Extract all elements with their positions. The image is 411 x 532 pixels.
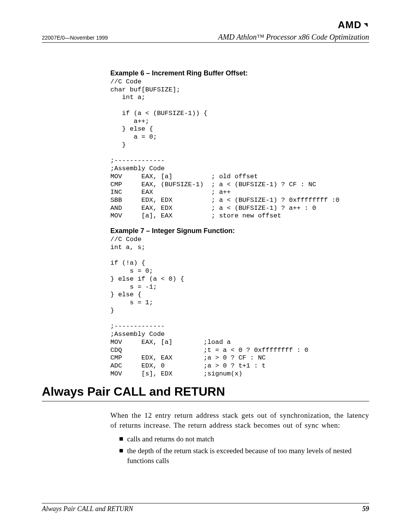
main-content: Example 6 – Increment Ring Buffer Offset… — [110, 69, 369, 378]
example-6-code: //C Code char buf[BUFSIZE]; int a; if (a… — [110, 78, 369, 220]
document-id: 22007E/0—November 1999 — [42, 35, 108, 41]
section-paragraph: When the 12 entry return address stack g… — [110, 411, 369, 430]
bullet-list: calls and returns do not match the depth… — [110, 434, 369, 466]
example-7-heading: Example 7 – Integer Signum Function: — [110, 227, 369, 235]
example-6-heading: Example 6 – Increment Ring Buffer Offset… — [110, 69, 369, 77]
list-item: the depth of the return stack is exceede… — [119, 446, 369, 465]
section-heading: Always Pair CALL and RETURN — [42, 385, 369, 401]
page-footer: Always Pair CALL and RETURN 59 — [42, 503, 369, 513]
bullet-text: calls and returns do not match — [127, 435, 214, 443]
logo-text: AMD — [338, 19, 362, 30]
footer-section-title: Always Pair CALL and RETURN — [42, 505, 133, 513]
page: AMD 22007E/0—November 1999 AMD Athlon™ P… — [0, 0, 411, 532]
example-7-code: //C Code int a, s; if (!a) { s = 0; } el… — [110, 236, 369, 378]
header-bar: 22007E/0—November 1999 AMD Athlon™ Proce… — [42, 33, 369, 43]
list-item: calls and returns do not match — [119, 434, 369, 444]
bullet-text: the depth of the return stack is exceede… — [127, 447, 352, 465]
document-title: AMD Athlon™ Processor x86 Code Optimizat… — [218, 33, 369, 42]
logo-arrow-icon — [362, 19, 369, 31]
brand-logo: AMD — [338, 19, 369, 31]
page-number: 59 — [362, 505, 369, 513]
